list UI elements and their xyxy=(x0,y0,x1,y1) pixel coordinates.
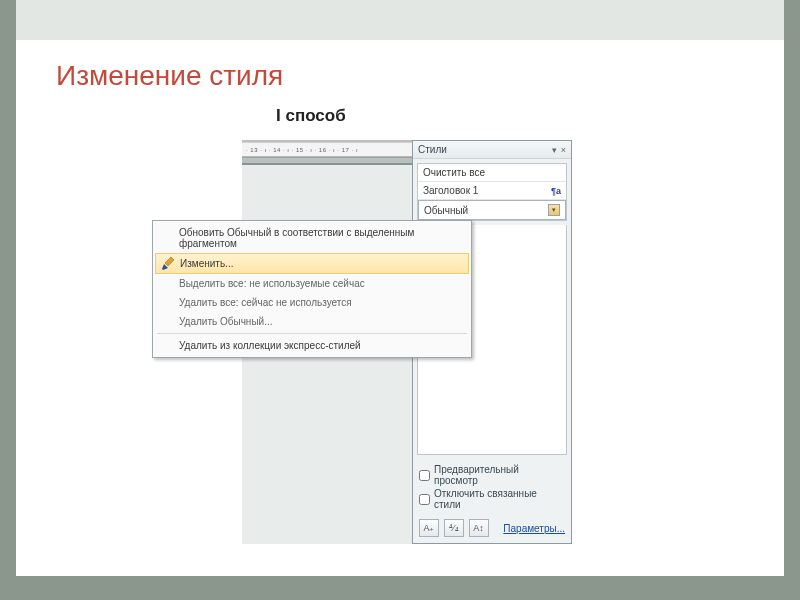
ctx-item-label: Выделить все: не используемые сейчас xyxy=(179,278,365,289)
ctx-delete-style: Удалить Обычный... xyxy=(153,312,471,331)
slide-subtitle: I способ xyxy=(276,106,346,126)
document-top-margin xyxy=(242,157,412,165)
ctx-item-label: Удалить из коллекции экспресс-стилей xyxy=(179,340,361,351)
ctx-item-label: Удалить Обычный... xyxy=(179,316,273,327)
modify-style-icon xyxy=(160,256,176,272)
styles-parameters-link[interactable]: Параметры... xyxy=(503,523,565,534)
styles-pane-title: Стили xyxy=(418,144,447,155)
screenshot-figure: · 13 · ı · 14 · ı · 15 · ı · 16 · ı · 17… xyxy=(242,140,572,544)
ctx-select-all: Выделить все: не используемые сейчас xyxy=(153,274,471,293)
ctx-modify-style[interactable]: Изменить... xyxy=(155,253,469,274)
slide-title: Изменение стиля xyxy=(56,60,283,92)
styles-options: Предварительный просмотр Отключить связа… xyxy=(413,459,571,515)
ctx-item-label: Изменить... xyxy=(180,258,233,269)
manage-styles-button[interactable]: A↕ xyxy=(469,519,489,537)
pane-menu-icon[interactable]: ▾ xyxy=(552,145,557,155)
styles-pane-header: Стили ▾ × xyxy=(413,141,571,159)
style-item-clear-all[interactable]: Очистить все xyxy=(418,164,566,182)
new-style-button[interactable]: A₊ xyxy=(419,519,439,537)
disable-linked-label: Отключить связанные стили xyxy=(434,488,565,510)
pane-close-icon[interactable]: × xyxy=(561,145,566,155)
ctx-remove-from-gallery[interactable]: Удалить из коллекции экспресс-стилей xyxy=(153,336,471,355)
style-context-menu: Обновить Обычный в соответствии с выделе… xyxy=(152,220,472,358)
style-inspector-button[interactable]: ⁴⁄₄ xyxy=(444,519,464,537)
style-item-heading1[interactable]: Заголовок 1 ¶a xyxy=(418,182,566,200)
style-item-label: Заголовок 1 xyxy=(423,185,478,196)
styles-footer: A₊ ⁴⁄₄ A↕ Параметры... xyxy=(413,515,571,543)
ctx-delete-all: Удалить все: сейчас не используется xyxy=(153,293,471,312)
ctx-separator xyxy=(157,333,467,334)
disable-linked-checkbox[interactable] xyxy=(419,494,430,505)
style-dropdown-icon[interactable]: ▾ xyxy=(548,204,560,216)
horizontal-ruler: · 13 · ı · 14 · ı · 15 · ı · 16 · ı · 17… xyxy=(242,142,412,157)
style-item-label: Очистить все xyxy=(423,167,485,178)
style-item-label: Обычный xyxy=(424,205,468,216)
style-type-icon: ¶a xyxy=(551,186,561,196)
preview-label: Предварительный просмотр xyxy=(434,464,565,486)
slide: Изменение стиля I способ · 13 · ı · 14 ·… xyxy=(16,0,784,576)
preview-checkbox[interactable] xyxy=(419,470,430,481)
slide-header-bar xyxy=(16,0,784,40)
ctx-update-style[interactable]: Обновить Обычный в соответствии с выделе… xyxy=(153,223,471,253)
styles-list: Очистить все Заголовок 1 ¶a Обычный ▾ xyxy=(417,163,567,221)
style-item-normal[interactable]: Обычный ▾ xyxy=(418,200,566,220)
ctx-item-label: Удалить все: сейчас не используется xyxy=(179,297,352,308)
ctx-item-label: Обновить Обычный в соответствии с выделе… xyxy=(179,227,463,249)
